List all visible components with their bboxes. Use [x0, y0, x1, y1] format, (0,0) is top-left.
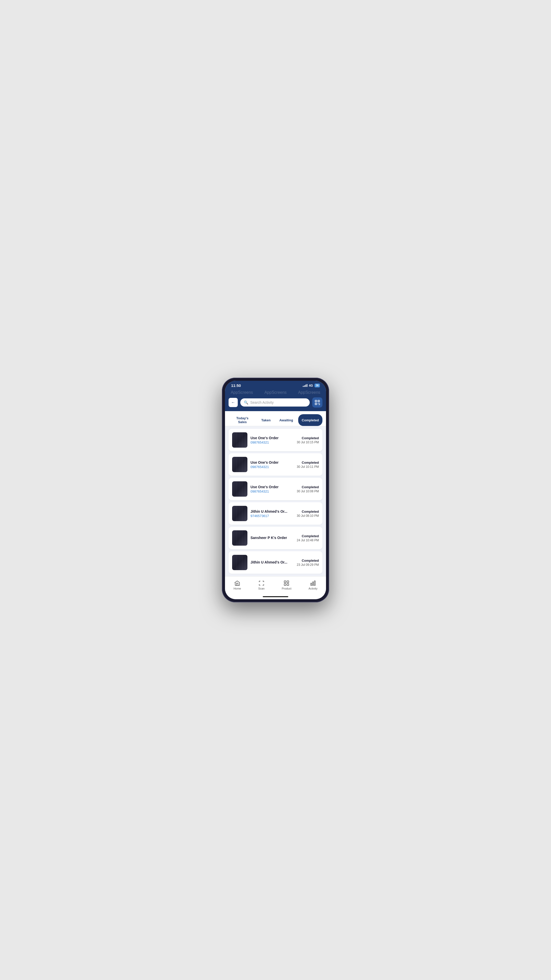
svg-rect-11 — [319, 404, 320, 405]
svg-rect-10 — [319, 404, 319, 405]
order-status-5: Completed — [297, 534, 319, 538]
svg-rect-3 — [318, 401, 319, 401]
back-arrow-icon: ← — [231, 400, 235, 405]
order-date-1: 30 Jul 10:15 PM — [297, 441, 319, 444]
order-info-6: Jithin U Ahmed's Or... — [251, 560, 294, 565]
watermark-1: AppScreens — [230, 390, 253, 395]
status-time: 11:50 — [231, 383, 241, 388]
back-button[interactable]: ← — [229, 398, 238, 407]
svg-rect-1 — [316, 401, 316, 401]
tabs-bar: Today's Sales Taken Awaiting Completed — [225, 411, 326, 426]
watermark-2: AppScreens — [264, 390, 286, 395]
order-phone-1: 0987654321 — [251, 441, 294, 444]
nav-product-label: Product — [282, 587, 291, 590]
order-date-3: 30 Jul 10:08 PM — [297, 490, 319, 493]
order-thumbnail-4 — [232, 506, 248, 521]
order-title-6: Jithin U Ahmed's Or... — [251, 560, 294, 564]
order-phone-4: 9746573617 — [251, 514, 294, 518]
orders-list: Use One's Order 0987654321 Completed 30 … — [225, 426, 326, 576]
svg-rect-14 — [284, 584, 286, 585]
order-thumbnail-2 — [232, 457, 248, 472]
status-bar: 11:50 4G 36 — [225, 381, 326, 389]
home-icon — [234, 580, 240, 586]
order-thumbnail-5 — [232, 530, 248, 546]
network-label: 4G — [309, 384, 313, 387]
nav-activity-label: Activity — [309, 587, 318, 590]
tab-awaiting[interactable]: Awaiting — [276, 414, 297, 426]
search-placeholder: Search Activity — [250, 401, 274, 404]
order-info-3: Use One's Order 0987654321 — [251, 485, 294, 493]
order-title-5: Sansheer P K's Order — [251, 536, 294, 540]
order-title-4: Jithin U Ahmed's Or... — [251, 509, 294, 514]
order-card-5[interactable]: Sansheer P K's Order Completed 24 Jul 10… — [229, 527, 322, 549]
nav-activity[interactable]: Activity — [304, 579, 322, 591]
search-icon: 🔍 — [244, 401, 248, 404]
product-icon — [283, 580, 289, 586]
bottom-nav: Home Scan Product — [225, 576, 326, 595]
battery-badge: 36 — [314, 383, 320, 387]
svg-rect-16 — [311, 583, 312, 585]
tab-taken[interactable]: Taken — [258, 414, 274, 426]
tab-todays-sales[interactable]: Today's Sales — [229, 414, 256, 426]
phone-device: 11:50 4G 36 AppScreens AppScreens AppScr… — [222, 378, 329, 602]
header: ← 🔍 Search Activity — [225, 395, 326, 411]
svg-rect-6 — [318, 403, 318, 404]
status-icons: 4G 36 — [303, 383, 320, 387]
order-date-5: 24 Jul 10:48 PM — [297, 538, 319, 542]
watermark-3: AppScreens — [298, 390, 320, 395]
order-date-2: 30 Jul 10:11 PM — [297, 465, 319, 469]
signal-icon — [303, 384, 307, 387]
home-bar — [263, 596, 288, 597]
nav-product[interactable]: Product — [277, 579, 296, 591]
order-status-1: Completed — [297, 436, 319, 440]
order-thumbnail-6 — [232, 555, 248, 570]
svg-rect-12 — [284, 581, 286, 583]
nav-scan[interactable]: Scan — [254, 579, 269, 591]
scan-icon — [259, 580, 265, 586]
svg-rect-7 — [319, 403, 319, 404]
svg-rect-9 — [318, 404, 318, 404]
order-thumbnail-3 — [232, 481, 248, 496]
order-title-1: Use One's Order — [251, 436, 294, 440]
order-info-1: Use One's Order 0987654321 — [251, 436, 294, 444]
order-card-1[interactable]: Use One's Order 0987654321 Completed 30 … — [229, 429, 322, 451]
order-status-6: Completed — [297, 558, 319, 563]
order-info-4: Jithin U Ahmed's Or... 9746573617 — [251, 509, 294, 518]
svg-rect-15 — [287, 584, 289, 585]
order-date-4: 30 Jul 08:10 PM — [297, 514, 319, 517]
order-title-2: Use One's Order — [251, 460, 294, 465]
qr-button[interactable] — [312, 397, 322, 407]
order-status-4: Completed — [297, 510, 319, 514]
order-date-6: 23 Jul 09:29 PM — [297, 563, 319, 566]
order-title-3: Use One's Order — [251, 485, 294, 489]
order-card-2[interactable]: Use One's Order 0987654321 Completed 30 … — [229, 453, 322, 476]
order-phone-2: 0987654321 — [251, 465, 294, 469]
nav-scan-label: Scan — [258, 587, 265, 590]
order-status-2: Completed — [297, 461, 319, 465]
svg-rect-8 — [319, 403, 320, 404]
activity-icon — [310, 580, 316, 586]
order-card-4[interactable]: Jithin U Ahmed's Or... 9746573617 Comple… — [229, 502, 322, 525]
order-status-3: Completed — [297, 485, 319, 489]
order-card-6[interactable]: Jithin U Ahmed's Or... Completed 23 Jul … — [229, 551, 322, 574]
svg-rect-17 — [313, 582, 313, 585]
qr-icon — [315, 400, 320, 405]
nav-home[interactable]: Home — [229, 579, 246, 591]
order-thumbnail-1 — [232, 432, 248, 448]
order-info-2: Use One's Order 0987654321 — [251, 460, 294, 469]
order-status-block-3: Completed 30 Jul 10:08 PM — [297, 485, 319, 493]
tab-completed[interactable]: Completed — [298, 414, 322, 426]
order-phone-3: 0987654321 — [251, 490, 294, 493]
order-status-block-4: Completed 30 Jul 08:10 PM — [297, 510, 319, 517]
order-card-3[interactable]: Use One's Order 0987654321 Completed 30 … — [229, 478, 322, 500]
phone-screen: 11:50 4G 36 AppScreens AppScreens AppScr… — [225, 381, 326, 599]
order-status-block-2: Completed 30 Jul 10:11 PM — [297, 461, 319, 469]
order-status-block-1: Completed 30 Jul 10:15 PM — [297, 436, 319, 444]
nav-home-label: Home — [233, 587, 241, 590]
order-status-block-5: Completed 24 Jul 10:48 PM — [297, 534, 319, 542]
watermark-area: AppScreens AppScreens AppScreens — [225, 389, 326, 395]
svg-rect-13 — [287, 581, 289, 583]
search-bar[interactable]: 🔍 Search Activity — [240, 398, 310, 407]
order-info-5: Sansheer P K's Order — [251, 536, 294, 540]
home-indicator — [225, 595, 326, 599]
